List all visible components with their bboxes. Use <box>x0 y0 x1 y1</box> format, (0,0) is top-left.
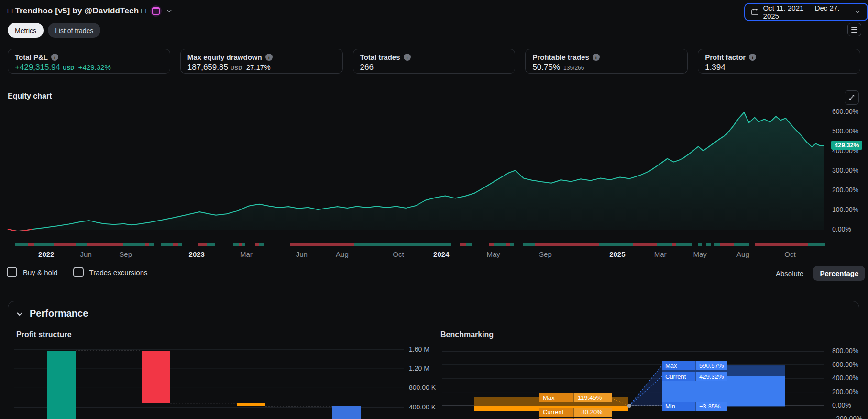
winning-trades-segment <box>523 243 535 246</box>
profit-structure-y-tick: 1.60 M <box>409 345 429 353</box>
info-icon[interactable]: i <box>749 54 756 61</box>
winning-trades-segment <box>714 243 720 246</box>
checkbox-buy-and-hold[interactable]: Buy & hold <box>7 267 58 277</box>
equity-x-tick: May <box>681 250 719 258</box>
winning-trades-segment <box>510 243 514 246</box>
benchmarking-y-tick: −200.00% <box>832 415 862 419</box>
stat-value: 429.32% <box>695 372 727 381</box>
metric-unit: USD <box>231 65 242 71</box>
strip-gap <box>154 243 161 246</box>
strip-gap <box>245 243 254 246</box>
expand-chart-button[interactable] <box>845 90 859 105</box>
equity-y-tick: 500.00% <box>832 127 858 135</box>
equity-x-tick: Sep <box>526 250 564 258</box>
benchmarking-title: Benchmarking <box>440 331 494 339</box>
checkbox-trades-excursions[interactable]: Trades excursions <box>73 267 148 277</box>
metric-value: 50.75% <box>532 63 560 72</box>
metric-label: Profitable trades <box>532 53 589 61</box>
winning-trades-segment <box>676 243 692 246</box>
metric-label: Total P&L <box>15 53 48 61</box>
stat-value: −3.35% <box>695 402 727 411</box>
profit-structure-chart[interactable] <box>14 345 411 419</box>
winning-trades-segment <box>233 243 239 246</box>
report-layout-button[interactable] <box>847 23 861 36</box>
tab-metrics[interactable]: Metrics <box>8 23 44 38</box>
info-icon[interactable]: i <box>404 54 411 61</box>
losing-trades-segment <box>255 243 259 246</box>
metric-label: Profit factor <box>705 53 746 61</box>
equity-x-tick: Oct <box>379 250 418 258</box>
fullscreen-icon <box>848 94 856 101</box>
view-tabs: Metrics List of trades <box>8 23 100 38</box>
winning-trades-segment <box>599 243 633 246</box>
winning-trades-segment <box>123 243 145 246</box>
losing-trades-segment <box>87 243 123 246</box>
equity-y-tick: 200.00% <box>832 186 858 194</box>
equity-x-tick: Oct <box>771 250 809 258</box>
winning-trades-segment <box>149 243 154 246</box>
calendar-icon <box>751 8 759 16</box>
checkbox-label[interactable]: Trades excursions <box>89 268 148 276</box>
card-profit-factor: Profit factor i 1.394 <box>698 49 860 74</box>
checkbox-label[interactable]: Buy & hold <box>23 268 58 276</box>
strip-gap <box>182 243 198 246</box>
card-total-pnl: Total P&L i +429,315.94 USD +429.32% <box>8 49 170 74</box>
checkbox-box[interactable] <box>7 267 17 277</box>
strip-gap <box>215 243 233 246</box>
winning-trades-segment <box>734 243 749 246</box>
equity-x-tick: Sep <box>107 250 145 258</box>
date-range-button[interactable]: Oct 11, 2021 — Dec 27, 2025 <box>744 3 868 21</box>
equity-y-tick: 0.00% <box>832 225 851 233</box>
info-icon[interactable]: i <box>51 54 58 61</box>
losing-trades-segment <box>506 243 511 246</box>
stat-key: Min <box>662 402 695 411</box>
metric-extra: 27.17% <box>246 63 271 71</box>
tab-list-of-trades[interactable]: List of trades <box>48 23 100 38</box>
strategy-title: □ Trendhoo [v5] by @DaviddTech □ <box>8 6 146 16</box>
equity-y-tick: 600.00% <box>832 108 858 115</box>
equity-chart-plot[interactable] <box>0 105 826 231</box>
profit-structure-title: Profit structure <box>16 331 72 339</box>
equity-x-tick: 2024 <box>422 250 461 258</box>
winning-trades-segment <box>76 243 86 246</box>
winning-trades-segment <box>466 243 472 246</box>
equity-x-tick: Mar <box>641 250 680 258</box>
equity-x-tick: 2023 <box>177 250 216 258</box>
equity-x-tick: Aug <box>724 250 762 258</box>
winning-trades-segment <box>242 243 245 246</box>
metric-label: Max equity drawdown <box>187 53 262 61</box>
strip-gap <box>451 243 460 246</box>
chevron-down-icon[interactable] <box>14 309 25 319</box>
winning-trades-segment <box>34 243 54 246</box>
equity-y-tick: 300.00% <box>832 166 858 174</box>
benchmarking-y-tick: 400.00% <box>832 374 858 382</box>
losing-trades-segment <box>54 243 76 246</box>
trade-result-strip <box>15 243 825 246</box>
info-icon[interactable]: i <box>265 54 273 61</box>
benchmarking-chart[interactable] <box>442 345 824 419</box>
strip-gap <box>749 243 755 246</box>
winning-trades-segment <box>706 243 711 246</box>
chevron-down-icon[interactable] <box>165 7 173 15</box>
mode-absolute[interactable]: Absolute <box>775 266 804 280</box>
stat-key: Max <box>662 361 695 370</box>
losing-trades-segment <box>720 243 734 246</box>
metric-extra: +429.32% <box>78 63 111 71</box>
card-total-trades: Total trades i 266 <box>353 49 516 74</box>
metric-value: 266 <box>360 63 374 72</box>
equity-x-tick: Jun <box>67 250 105 258</box>
list-icon <box>851 27 857 28</box>
performance-header[interactable]: Performance <box>14 308 88 319</box>
stat-value: 590.57% <box>695 361 727 370</box>
winning-trades-segment <box>698 243 702 246</box>
mode-percentage[interactable]: Percentage <box>813 266 865 281</box>
metric-value: +429,315.94 <box>15 63 60 72</box>
info-icon[interactable]: i <box>593 54 600 61</box>
losing-trades-segment <box>755 243 808 246</box>
metric-cards: Total P&L i +429,315.94 USD +429.32% Max… <box>8 49 860 74</box>
benchmarking-y-tick: 0.00% <box>832 401 851 409</box>
checkbox-box[interactable] <box>73 267 84 277</box>
metric-value: 187,659.85 <box>187 63 228 72</box>
equity-x-tick: Aug <box>323 250 361 258</box>
equity-x-tick: 2025 <box>598 250 637 258</box>
